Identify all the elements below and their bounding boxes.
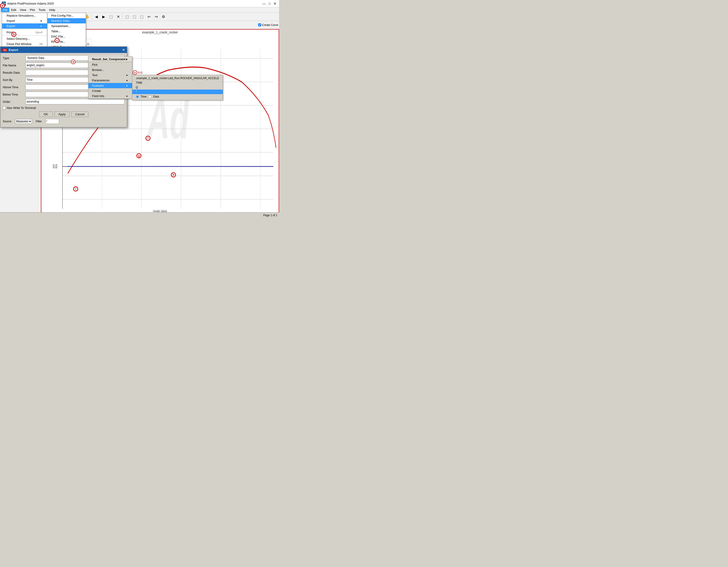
order-row: Order — [3, 99, 125, 104]
export-numeric-data[interactable]: Numeric Data... — [48, 18, 86, 23]
tile2-button[interactable]: ⬚ — [131, 14, 138, 20]
dialog-icon: Ad — [2, 49, 8, 51]
dialog-title: Ad Export ✕ — [0, 47, 127, 53]
annotation-g: g — [136, 153, 141, 158]
ok-button[interactable]: OK — [39, 111, 53, 117]
settings-button[interactable]: ⚙ — [160, 14, 167, 20]
ctx-text[interactable]: Text ► — [88, 73, 132, 78]
total-pages: 1 — [276, 214, 277, 217]
guess-item-time[interactable]: TIME — [132, 80, 223, 85]
tile1-button[interactable]: ⬚ — [124, 14, 130, 20]
menu-bar: File Edit View Plot Tools Help — [0, 7, 279, 13]
annotation-b: b — [11, 32, 16, 37]
dialog-close-button[interactable]: ✕ — [122, 48, 125, 52]
menu-select-dir[interactable]: Select Directory... — [2, 36, 47, 41]
annotation-h: h — [171, 172, 176, 177]
menu-export[interactable]: Export ► — [2, 23, 47, 29]
cancel-button[interactable]: Cancel — [71, 111, 88, 117]
menu-view[interactable]: View — [18, 8, 28, 12]
source-filter-row: Source Measures Filter — [3, 118, 125, 125]
window-controls: — □ ✕ — [262, 1, 277, 6]
results-label: Results Data — [3, 71, 25, 74]
svg-text:0.0: 0.0 — [53, 163, 57, 169]
data-radio[interactable] — [148, 95, 151, 98]
time-radio-label: Time — [141, 95, 147, 98]
ctx-pick[interactable]: Pick — [88, 62, 132, 67]
context-menu: Result_Set_Component ► Pick Browse... Te… — [88, 56, 132, 99]
export-plot-config[interactable]: Plot Config File... — [48, 13, 86, 18]
export-dac[interactable]: DAC File... — [48, 34, 86, 39]
export-table[interactable]: Table... — [48, 29, 86, 34]
forward-button[interactable]: ↪ — [153, 14, 160, 20]
dialog-buttons: OK Apply Cancel — [3, 111, 125, 118]
next-button[interactable]: ▶ — [100, 14, 107, 20]
menu-close-plot[interactable]: Close Plot Window F8 — [2, 41, 47, 47]
ctx-arrow: ► — [125, 58, 128, 61]
ctx-create[interactable]: Create — [88, 88, 132, 93]
of-label: of — [273, 214, 275, 217]
close-shortcut: F8 — [40, 43, 43, 45]
dialog-title-text: Ad Export — [2, 48, 18, 52]
order-label: Order — [3, 100, 25, 103]
toolbar-separator3 — [92, 14, 92, 20]
guess-item-q[interactable]: Q — [132, 85, 223, 90]
page-label: Page — [263, 214, 270, 217]
ctx-guesses[interactable]: Guesses ► — [88, 83, 132, 88]
guesses-submenu: .example_1_crank_rocker.Last_Run.ROCKER_… — [132, 75, 223, 100]
page-value: 1 — [270, 214, 272, 217]
file-menu-dropdown: Replace Simulations... Import ► Export ►… — [2, 13, 47, 47]
menu-edit[interactable]: Edit — [9, 8, 18, 12]
time-radio[interactable] — [136, 95, 139, 98]
export-rpc[interactable]: RPC File... — [48, 39, 86, 44]
create-curve-label: Create Curve — [262, 23, 278, 27]
annotation-c: c — [55, 38, 60, 43]
annotation-e: e — [133, 70, 137, 75]
source-select[interactable]: Measures — [15, 119, 32, 124]
minimize-button[interactable]: — — [262, 1, 266, 6]
status-bar: Page 1 of 1 — [0, 212, 279, 218]
back-button[interactable]: ↩ — [145, 14, 152, 20]
write-terminal-checkbox[interactable] — [3, 106, 6, 109]
apply-button[interactable]: Apply — [55, 111, 70, 117]
ctx-menu-header: Result_Set_Component ► — [88, 57, 132, 62]
tile3-button[interactable]: ⬚ — [138, 14, 145, 20]
menu-help[interactable]: Help — [47, 8, 57, 12]
app-title: Adams PostProcessor Adams 2020 — [7, 2, 262, 5]
maximize-button[interactable]: □ — [267, 1, 272, 6]
annotation-i: i — [73, 186, 78, 191]
write-terminal-label: Also Write To Terminal — [7, 106, 36, 110]
menu-sep-2 — [2, 35, 47, 36]
right-click-hint: e 右击 — [133, 70, 143, 75]
guess-item-star[interactable]: * — [132, 90, 223, 94]
delete-button[interactable]: ✕ — [115, 14, 122, 20]
filter-input[interactable] — [45, 119, 59, 124]
write-terminal-row: Also Write To Terminal — [3, 106, 125, 110]
box2-button[interactable]: ⬚ — [108, 14, 114, 20]
above-label: Above Time — [3, 85, 25, 89]
menu-plot[interactable]: Plot — [28, 8, 37, 12]
annotation-d: d — [71, 60, 75, 64]
guess-item-1[interactable]: .example_1_crank_rocker.Last_Run.ROCKER_… — [132, 76, 223, 80]
print-shortcut: Ctrl+P — [35, 31, 43, 34]
menu-tools[interactable]: Tools — [37, 8, 47, 12]
menu-replace-simulations[interactable]: Replace Simulations... — [2, 13, 47, 18]
create-curve-section: Create Curve — [258, 23, 278, 27]
create-curve-checkbox[interactable] — [258, 23, 261, 26]
menu-import[interactable]: Import ► — [2, 18, 47, 23]
time-data-row: Time Data — [132, 94, 223, 99]
prev-button[interactable]: ◀ — [93, 14, 100, 20]
import-arrow: ► — [40, 20, 43, 22]
menu-sep-1 — [2, 29, 47, 29]
menu-file[interactable]: File — [1, 8, 9, 12]
sortby-label: Sort By — [3, 78, 25, 82]
export-spreadsheet[interactable]: Spreadsheet... — [48, 23, 86, 29]
menu-print[interactable]: Print... Ctrl+P — [2, 30, 47, 35]
title-bar: Ad Adams PostProcessor Adams 2020 — □ ✕ — [0, 0, 279, 7]
type-label: Type — [3, 56, 25, 60]
ctx-browse[interactable]: Browse... — [88, 67, 132, 73]
order-input[interactable] — [25, 99, 125, 104]
close-button[interactable]: ✕ — [273, 1, 277, 6]
annotation-a: a — [0, 3, 5, 8]
ctx-parameterize[interactable]: Parameterize ► — [88, 78, 132, 83]
ctx-field-info[interactable]: Field Info ► — [88, 93, 132, 99]
